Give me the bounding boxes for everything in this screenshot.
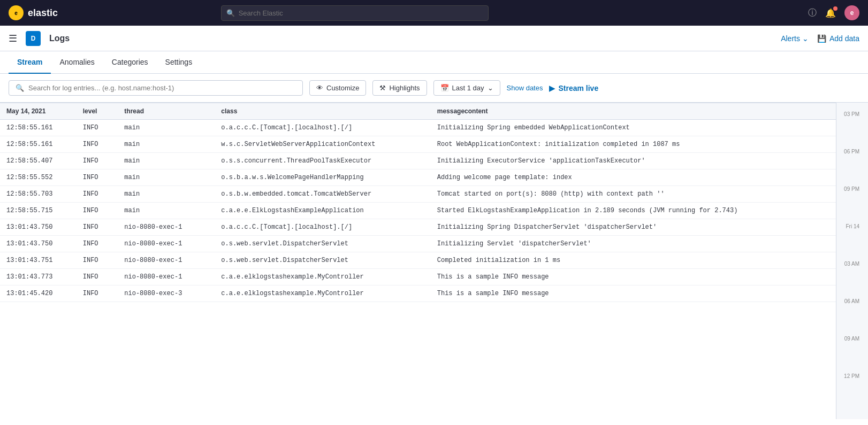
- search-input[interactable]: [221, 5, 489, 21]
- cell-time: 12:58:55.407: [0, 153, 77, 169]
- calendar-icon: 📅: [440, 84, 449, 92]
- tab-categories[interactable]: Categories: [103, 51, 157, 74]
- table-row[interactable]: 12:58:55.407 INFO main o.s.s.concurrent.…: [0, 153, 836, 169]
- cell-level: INFO: [77, 285, 118, 302]
- cell-level: INFO: [77, 169, 118, 186]
- alerts-label: Alerts: [781, 34, 800, 43]
- timeline-label: 06 PM: [836, 149, 864, 154]
- table-row[interactable]: 12:58:55.161 INFO main o.a.c.c.C.[Tomcat…: [0, 120, 836, 136]
- bell-icon[interactable]: 🔔: [825, 8, 836, 18]
- cell-message: Initializing Servlet 'dispatcherServlet': [431, 236, 836, 252]
- cell-class: c.a.e.elklogstashexample.MyController: [215, 269, 430, 285]
- table-row[interactable]: 13:01:43.750 INFO nio-8080-exec-1 o.a.c.…: [0, 219, 836, 236]
- cell-class: o.s.web.servlet.DispatcherServlet: [215, 236, 430, 252]
- cell-level: INFO: [77, 120, 118, 136]
- cell-level: INFO: [77, 219, 118, 236]
- cell-message: Started ElkLogstashExampleApplication in…: [431, 203, 836, 219]
- time-chevron-icon: ⌄: [488, 84, 493, 92]
- time-range-button[interactable]: 📅 Last 1 day ⌄: [433, 80, 500, 96]
- log-search-container: 🔍: [9, 80, 303, 96]
- toolbar: 🔍 👁 Customize ⚒ Highlights 📅 Last 1 day …: [0, 74, 868, 103]
- table-row[interactable]: 13:01:43.751 INFO nio-8080-exec-1 o.s.we…: [0, 252, 836, 269]
- help-icon[interactable]: ⓘ: [808, 7, 817, 19]
- time-range-label: Last 1 day: [452, 84, 484, 92]
- log-table: May 14, 2021 level thread class messagec…: [0, 103, 836, 302]
- workspace-initial: D: [31, 35, 36, 42]
- page-title: Logs: [49, 34, 70, 43]
- cell-thread: nio-8080-exec-1: [118, 252, 215, 269]
- cell-message: This is a sample INFO message: [431, 285, 836, 302]
- table-row[interactable]: 13:01:45.420 INFO nio-8080-exec-3 c.a.e.…: [0, 285, 836, 302]
- main-content: May 14, 2021 level thread class messagec…: [0, 103, 868, 419]
- tab-settings[interactable]: Settings: [157, 51, 201, 74]
- nav-icons-group: ⓘ 🔔 e: [808, 5, 859, 20]
- tab-anomalies[interactable]: Anomalies: [51, 51, 103, 74]
- cell-message: This is a sample INFO message: [431, 269, 836, 285]
- alerts-chevron-icon: ⌄: [802, 34, 809, 43]
- col-header-date: May 14, 2021: [0, 103, 77, 120]
- table-row[interactable]: 12:58:55.161 INFO main w.s.c.ServletWebS…: [0, 136, 836, 153]
- timeline-label: 09 AM: [836, 336, 864, 342]
- highlights-icon: ⚒: [379, 84, 386, 92]
- elastic-logo-icon: e: [9, 5, 24, 20]
- cell-thread: nio-8080-exec-1: [118, 269, 215, 285]
- cell-level: INFO: [77, 136, 118, 153]
- cell-thread: nio-8080-exec-1: [118, 219, 215, 236]
- table-row[interactable]: 12:58:55.715 INFO main c.a.e.e.ElkLogsta…: [0, 203, 836, 219]
- cell-class: o.s.web.servlet.DispatcherServlet: [215, 252, 430, 269]
- cell-class: w.s.c.ServletWebServerApplicationContext: [215, 136, 430, 153]
- cell-message: Initializing Spring DispatcherServlet 'd…: [431, 219, 836, 236]
- cell-class: c.a.e.e.ElkLogstashExampleApplication: [215, 203, 430, 219]
- table-row[interactable]: 12:58:55.703 INFO main o.s.b.w.embedded.…: [0, 186, 836, 203]
- table-row[interactable]: 12:58:55.552 INFO main o.s.b.a.w.s.Welco…: [0, 169, 836, 186]
- cell-thread: main: [118, 153, 215, 169]
- tab-stream[interactable]: Stream: [9, 51, 51, 74]
- table-row[interactable]: 13:01:43.773 INFO nio-8080-exec-1 c.a.e.…: [0, 269, 836, 285]
- highlights-label: Highlights: [389, 84, 420, 92]
- table-row[interactable]: 13:01:43.750 INFO nio-8080-exec-1 o.s.we…: [0, 236, 836, 252]
- highlights-button[interactable]: ⚒ Highlights: [372, 80, 427, 96]
- stream-live-button[interactable]: ▶ Stream live: [549, 84, 598, 92]
- user-avatar-initial: e: [850, 9, 854, 17]
- show-dates-button[interactable]: Show dates: [507, 84, 543, 92]
- col-header-message: messagecontent: [431, 103, 836, 120]
- log-search-icon: 🔍: [16, 84, 24, 92]
- cell-class: o.a.c.c.C.[Tomcat].[localhost].[/]: [215, 120, 430, 136]
- cell-class: o.a.c.c.C.[Tomcat].[localhost].[/]: [215, 219, 430, 236]
- customize-button[interactable]: 👁 Customize: [309, 80, 366, 96]
- tabs-container: Stream Anomalies Categories Settings: [0, 51, 868, 74]
- timeline-label: 03 AM: [836, 261, 864, 267]
- log-table-container[interactable]: May 14, 2021 level thread class messagec…: [0, 103, 836, 419]
- cell-level: INFO: [77, 203, 118, 219]
- cell-level: INFO: [77, 269, 118, 285]
- cell-message: Initializing Spring embedded WebApplicat…: [431, 120, 836, 136]
- timeline-label: 06 AM: [836, 298, 864, 304]
- add-data-button[interactable]: 💾 Add data: [817, 34, 859, 43]
- cell-message: Adding welcome page template: index: [431, 169, 836, 186]
- cell-thread: main: [118, 186, 215, 203]
- timeline-label: 12 PM: [836, 373, 864, 379]
- cell-thread: main: [118, 169, 215, 186]
- cell-message: Root WebApplicationContext: initializati…: [431, 136, 836, 153]
- cell-message: Initializing ExecutorService 'applicatio…: [431, 153, 836, 169]
- secondary-navigation: ☰ D Logs Alerts ⌄ 💾 Add data: [0, 26, 868, 51]
- cell-level: INFO: [77, 252, 118, 269]
- top-navigation: e elastic 🔍 ⓘ 🔔 e: [0, 0, 868, 26]
- add-data-icon: 💾: [817, 34, 826, 43]
- timeline-sidebar: 03 PM06 PM09 PMFri 1403 AM06 AM09 AM12 P…: [836, 103, 868, 419]
- timeline-label: 09 PM: [836, 186, 864, 192]
- elastic-logo[interactable]: e elastic: [9, 5, 58, 20]
- hamburger-button[interactable]: ☰: [9, 33, 17, 44]
- user-avatar[interactable]: e: [844, 5, 859, 20]
- log-search-input[interactable]: [28, 84, 296, 92]
- cell-thread: nio-8080-exec-1: [118, 236, 215, 252]
- col-header-level: level: [77, 103, 118, 120]
- cell-message: Tomcat started on port(s): 8080 (http) w…: [431, 186, 836, 203]
- alerts-button[interactable]: Alerts ⌄: [781, 34, 809, 43]
- elastic-logo-text: elastic: [28, 7, 58, 19]
- cell-time: 13:01:43.750: [0, 236, 77, 252]
- elastic-svg-icon: e: [11, 7, 21, 18]
- stream-live-label: Stream live: [558, 84, 598, 92]
- play-icon: ▶: [549, 84, 555, 92]
- cell-time: 12:58:55.703: [0, 186, 77, 203]
